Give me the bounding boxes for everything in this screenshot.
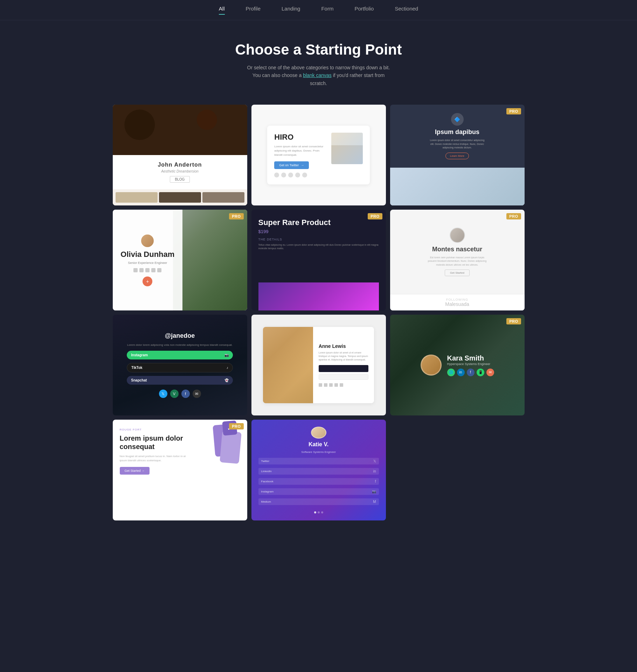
katie-medium-label: Medium (261, 500, 271, 503)
hero-section: Choose a Starting Point Or select one of… (0, 20, 637, 105)
john-title: Aesthetic Dreambersion (161, 169, 199, 173)
katie-dot-3 (321, 511, 323, 513)
katie-linkedin-icon: in (373, 469, 376, 473)
olivia-avatar (140, 234, 154, 248)
template-olivia-dunham[interactable]: PRO Olivia Dunham Senior Experience Engi… (113, 210, 247, 310)
nav-profile[interactable]: Profile (246, 6, 261, 14)
lorem-content: ROUGE FORT Lorem ipsum dolor consequat N… (120, 428, 193, 475)
anne-icon-2 (324, 383, 327, 387)
nav-form[interactable]: Form (321, 6, 333, 14)
nav-sectioned[interactable]: Sectioned (395, 6, 418, 14)
hiro-btn: Get on Twitter → (274, 161, 309, 169)
montes-footer-name: Malesuada (396, 301, 519, 307)
rare-price: $199 (258, 229, 379, 234)
anne-email-input (319, 374, 368, 380)
katie-twitter-row: Twitter 𝕏 (258, 458, 379, 464)
ipsum-text: Lorem ipsum dolor sit amet consectetur a… (429, 139, 485, 150)
montes-text: Est lorem sem pulvinar massa Lorem ipsum… (426, 256, 489, 267)
blank-canvas-link[interactable]: blank canvas (303, 72, 332, 78)
anne-icon-5 (340, 383, 343, 387)
anne-photo (263, 327, 313, 403)
katie-medium-row: Medium M (258, 498, 379, 505)
hero-title: Choose a Starting Point (7, 41, 630, 58)
olivia-social-icons (133, 268, 161, 272)
template-janedoe[interactable]: @janedoe Lorem dolor lorem adipiscing vo… (113, 315, 247, 415)
thumb-2 (159, 192, 201, 203)
lorem-cta-btn: Get Started → (120, 467, 150, 475)
pro-badge-montes: PRO (506, 213, 521, 219)
templates-grid: John Anderton Aesthetic Dreambersion BLO… (109, 105, 529, 534)
kara-icon-web: 🌐 (447, 369, 455, 376)
kara-info: Kara Smith Hyperspace Systems Engineer 🌐… (447, 354, 494, 376)
katie-instagram-row: Instagram 📷 (258, 488, 379, 495)
katie-pagination (314, 511, 323, 513)
jane-handle: @janedoe (165, 332, 195, 340)
jane-vine-icon: V (170, 390, 179, 398)
montes-avatar (450, 227, 465, 243)
template-kara-smith[interactable]: PRO Kara Smith Hyperspace Systems Engine… (390, 315, 525, 415)
kara-role: Hyperspace Systems Engineer (447, 362, 494, 366)
template-ipsum-dapibus[interactable]: PRO 🔷 Ipsum dapibus Lorem ipsum dolor si… (390, 105, 525, 205)
kara-content: Kara Smith Hyperspace Systems Engineer 🌐… (421, 354, 494, 376)
kara-name: Kara Smith (447, 354, 494, 362)
ipsum-image (390, 168, 525, 206)
template-katie-v[interactable]: Katie V. Software Systems Engineer Twitt… (251, 420, 386, 520)
thumb-3 (202, 192, 244, 203)
jane-social-row: 𝕏 V f ✉ (159, 390, 201, 398)
hiro-icon-1 (274, 173, 279, 177)
template-john-anderton[interactable]: John Anderton Aesthetic Dreambersion BLO… (113, 105, 247, 205)
kara-avatar (421, 355, 442, 376)
katie-dot-1 (314, 511, 316, 513)
nav-portfolio[interactable]: Portfolio (354, 6, 374, 14)
ipsum-title: Ipsum dapibus (435, 128, 479, 136)
anne-social-icons (319, 383, 368, 387)
montes-btn: Get Started (445, 270, 470, 276)
nav-landing[interactable]: Landing (282, 6, 300, 14)
lorem-title: Lorem ipsum dolor consequat (120, 434, 193, 451)
anne-card-inner: Anne Lewis Lorem ipsum dolor sit amet ut… (263, 327, 374, 403)
hiro-text: Lorem ipsum dolor sit amet consectetur a… (274, 145, 325, 157)
anne-icon-3 (329, 383, 333, 387)
katie-instagram-label: Instagram (261, 490, 274, 493)
template-lorem-ipsum[interactable]: PRO ROUGE FORT Lorem ipsum dolor consequ… (113, 420, 247, 520)
template-anne-lewis[interactable]: Anne Lewis Lorem ipsum dolor sit amet ut… (251, 315, 386, 415)
navigation: All Profile Landing Form Portfolio Secti… (0, 0, 637, 20)
nav-all[interactable]: All (219, 6, 225, 14)
hiro-icon-4 (295, 173, 300, 177)
anne-name: Anne Lewis (319, 343, 368, 349)
jane-twitter-icon: 𝕏 (159, 390, 167, 398)
template-montes[interactable]: PRO Montes nascetur Est lorem sem pulvin… (390, 210, 525, 310)
katie-dot-2 (318, 511, 320, 513)
pro-badge-ipsum: PRO (506, 108, 521, 114)
jane-snapchat-link: Snapchat 👻 (127, 376, 233, 385)
katie-name: Katie V. (309, 441, 328, 448)
template-super-rare[interactable]: PRO Super Rare Product $199 THE DETAILS … (251, 210, 386, 310)
ipsum-icon: 🔷 (451, 113, 464, 126)
kara-icon-email: ✉ (486, 369, 494, 376)
anne-bio: Lorem ipsum dolor sit amet ut et ornare … (319, 351, 368, 361)
john-name: John Anderton (158, 162, 202, 168)
kara-social-icons: 🌐 in f 📱 ✉ (447, 369, 494, 376)
olivia-name: Olivia Dunham (120, 250, 174, 259)
katie-linkedin-row: LinkedIn in (258, 468, 379, 475)
thumb-1 (116, 192, 158, 203)
hiro-icon-2 (281, 173, 286, 177)
kara-icon-linkedin: in (457, 369, 465, 376)
montes-content: Montes nascetur Est lorem sem pulvinar m… (390, 210, 525, 294)
rare-title: Super Rare Product (258, 218, 379, 227)
ipsum-content: 🔷 Ipsum dapibus Lorem ipsum dolor sit am… (390, 105, 525, 168)
katie-facebook-icon: f (375, 479, 376, 483)
katie-facebook-row: Facebook f (258, 478, 379, 485)
katie-linkedin-label: LinkedIn (261, 470, 272, 473)
katie-role: Software Systems Engineer (301, 450, 336, 454)
hiro-social-icons (274, 173, 325, 177)
olivia-icon-5 (157, 268, 161, 272)
olivia-content: Olivia Dunham Senior Experience Engineer… (113, 210, 183, 310)
pro-badge-olivia: PRO (229, 213, 243, 219)
olivia-icon-3 (145, 268, 150, 272)
jane-mail-icon: ✉ (193, 390, 201, 398)
katie-twitter-label: Twitter (261, 460, 270, 463)
template-hiro[interactable]: HIRO Lorem ipsum dolor sit amet consecte… (251, 105, 386, 205)
john-blog-btn: BLOG (170, 176, 190, 183)
hiro-photo (331, 133, 363, 164)
